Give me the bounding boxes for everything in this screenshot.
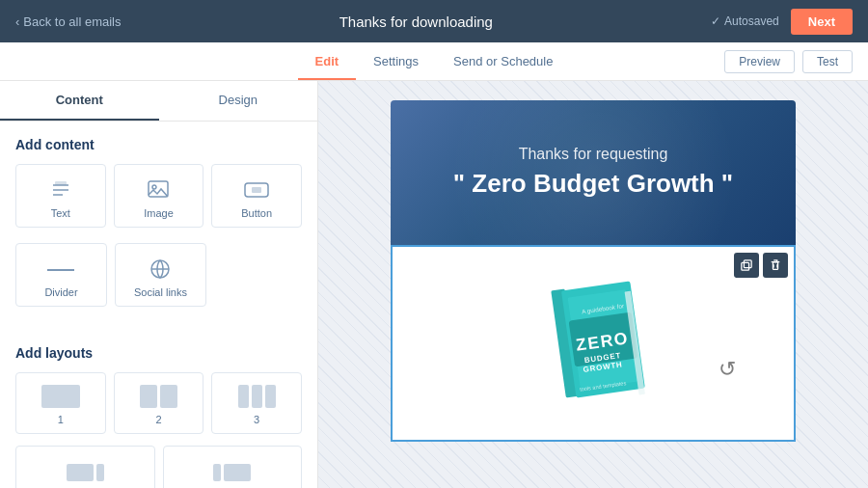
layout-label-2: 2	[122, 414, 196, 425]
image-icon	[122, 176, 196, 203]
social-links-label: Social links	[123, 286, 198, 298]
svg-point-5	[152, 185, 156, 189]
sub-nav: Edit Settings Send or Schedule Preview T…	[0, 42, 868, 81]
top-bar: ‹ Back to all emails Thanks for download…	[0, 0, 868, 42]
svg-rect-3	[55, 181, 67, 185]
layout-preview-5	[172, 456, 294, 481]
svg-rect-10	[742, 262, 749, 270]
content-item-button[interactable]: Button	[211, 164, 302, 228]
layout-item-3[interactable]: 3	[211, 372, 302, 434]
add-content-title: Add content	[15, 137, 302, 152]
tab-send-schedule[interactable]: Send or Schedule	[436, 44, 570, 80]
preview-button[interactable]: Preview	[724, 50, 795, 73]
content-items-grid: Text Image	[15, 164, 302, 228]
text-label: Text	[24, 207, 97, 219]
content-item-divider[interactable]: Divider	[15, 243, 107, 307]
page-title: Thanks for downloading	[339, 14, 493, 30]
add-layouts-section: Add layouts 1 2	[0, 330, 317, 488]
content-item-image[interactable]: Image	[114, 164, 204, 228]
check-icon: ✓	[711, 14, 720, 28]
email-preview: Thanks for requesting " Zero Budget Grow…	[391, 100, 796, 442]
content-item-social-links[interactable]: Social links	[115, 243, 206, 307]
top-bar-right: ✓ Autosaved Next	[711, 9, 853, 35]
svg-rect-7	[252, 187, 261, 193]
add-content-section: Add content Text	[0, 122, 317, 330]
layout-item-5[interactable]	[163, 446, 303, 488]
sidebar-tab-content[interactable]: Content	[0, 81, 159, 121]
button-icon	[220, 176, 293, 203]
sidebar-tab-design[interactable]: Design	[159, 81, 318, 121]
delete-block-button[interactable]	[763, 253, 788, 278]
layout-label-1: 1	[24, 414, 97, 425]
layout-item-1[interactable]: 1	[15, 372, 106, 434]
layout-preview-3	[220, 383, 293, 408]
tab-settings[interactable]: Settings	[356, 44, 436, 80]
back-link-label: Back to all emails	[23, 14, 121, 29]
sidebar-tabs: Content Design	[0, 81, 317, 122]
layout-preview-4	[24, 456, 147, 481]
content-items-grid-2: Divider Social links	[15, 243, 206, 307]
layout-items-grid: 1 2 3	[15, 372, 302, 434]
email-image-block[interactable]: ZERO BUDGET GROWTH A guidebook for tools…	[391, 245, 796, 442]
text-icon	[24, 176, 97, 203]
main-layout: Content Design Add content	[0, 81, 868, 488]
image-label: Image	[122, 207, 196, 219]
copy-block-button[interactable]	[734, 253, 759, 278]
layout-item-4[interactable]	[15, 446, 155, 488]
next-button[interactable]: Next	[791, 9, 853, 35]
sub-nav-tabs: Edit Settings Send or Schedule	[298, 44, 571, 79]
sub-nav-actions: Preview Test	[724, 50, 853, 73]
svg-rect-11	[744, 260, 751, 268]
autosaved-status: ✓ Autosaved	[711, 14, 779, 28]
add-layouts-title: Add layouts	[15, 345, 302, 361]
divider-label: Divider	[24, 286, 98, 298]
autosaved-label: Autosaved	[724, 14, 779, 28]
email-header-subtitle: Thanks for requesting	[420, 146, 767, 163]
divider-icon	[24, 256, 98, 283]
content-area: Thanks for requesting " Zero Budget Grow…	[318, 81, 868, 488]
test-button[interactable]: Test	[802, 50, 853, 73]
button-label: Button	[220, 207, 293, 219]
block-actions	[734, 253, 788, 278]
layout-preview-2	[122, 383, 196, 408]
content-item-text[interactable]: Text	[15, 164, 106, 228]
email-header-banner: Thanks for requesting " Zero Budget Grow…	[391, 100, 796, 245]
chevron-left-icon: ‹	[15, 14, 19, 29]
sidebar: Content Design Add content	[0, 81, 318, 488]
layout-preview-1	[24, 383, 97, 408]
back-link[interactable]: ‹ Back to all emails	[15, 14, 122, 29]
layout-item-2[interactable]: 2	[114, 372, 204, 434]
email-header-title: " Zero Budget Growth "	[420, 169, 767, 199]
layout-label-3: 3	[220, 414, 293, 425]
social-links-icon	[123, 256, 198, 283]
tab-edit[interactable]: Edit	[298, 44, 357, 80]
layout-items-grid-row2	[15, 446, 302, 488]
cursor-icon: ↺	[719, 357, 736, 382]
